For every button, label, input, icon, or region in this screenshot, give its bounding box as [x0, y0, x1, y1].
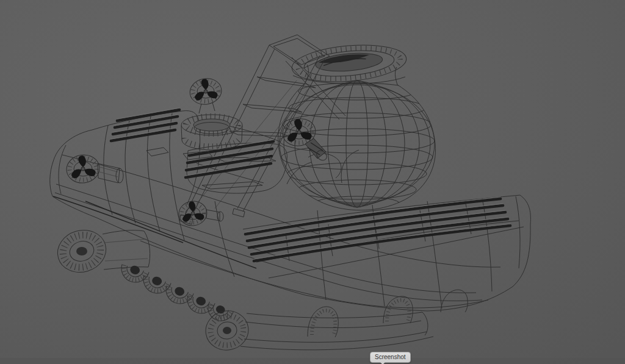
floor-shadow-band — [0, 358, 625, 364]
screenshot-tooltip: Screenshot — [370, 352, 411, 363]
3d-viewport[interactable]: Screenshot — [0, 0, 625, 364]
screenshot-tooltip-label: Screenshot — [375, 354, 406, 360]
wireframe-model-canvas — [0, 0, 625, 364]
